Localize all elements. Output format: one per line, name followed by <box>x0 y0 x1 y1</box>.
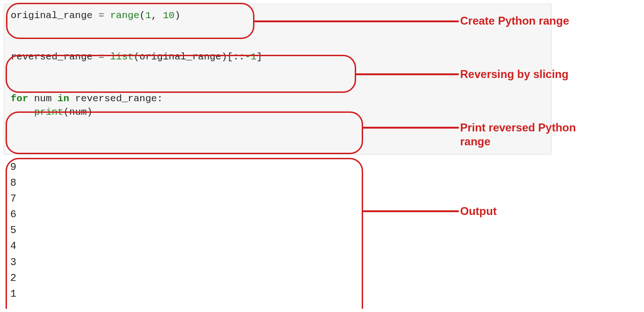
token-space <box>28 93 34 104</box>
blank-line <box>11 36 545 50</box>
annotation-label-3: Print reversed Python range <box>460 121 590 149</box>
code-line-4: print(num) <box>11 105 545 119</box>
annotation-label-4: Output <box>460 204 497 218</box>
token-close: ) <box>87 107 93 117</box>
token-fn: print <box>34 107 63 117</box>
output-line: 8 <box>10 176 545 191</box>
token-open: ( <box>134 52 140 62</box>
output-line: 4 <box>10 239 545 254</box>
annotation-label-1: Create Python range <box>460 14 569 28</box>
diagram-container: original_range = range(1, 10) reversed_r… <box>4 4 640 310</box>
token-kw: for <box>11 93 28 104</box>
token-indent <box>11 107 34 117</box>
output-line: 3 <box>10 255 545 271</box>
token-num: 10 <box>163 10 175 21</box>
token-open: ( <box>139 10 145 21</box>
code-line-3: for num in reversed_range: <box>11 92 545 105</box>
token-num: -1 <box>245 52 256 62</box>
token-arg: num <box>69 107 87 117</box>
output-line: 2 <box>10 271 545 286</box>
code-line-2: reversed_range = list(original_range)[::… <box>11 50 545 64</box>
token-end: ] <box>256 52 262 62</box>
token-var: num <box>34 93 57 104</box>
output-block: 9 8 7 6 5 4 3 2 1 <box>4 157 552 305</box>
token-eq: = <box>98 52 110 62</box>
token-kw: in <box>58 93 69 104</box>
token-comma: , <box>151 10 163 21</box>
token-var: reversed_range <box>11 52 98 62</box>
token-arg: original_range <box>139 52 221 62</box>
token-space <box>69 93 75 104</box>
token-var: original_range <box>11 10 98 21</box>
token-close: )[:: <box>221 52 245 62</box>
token-fn: range <box>110 10 139 21</box>
output-line: 9 <box>10 160 545 176</box>
token-open: ( <box>63 107 69 117</box>
token-fn: list <box>110 52 133 62</box>
token-num: 1 <box>145 10 151 21</box>
output-line: 5 <box>10 223 545 239</box>
token-iter: reversed_range: <box>75 93 163 104</box>
annotation-label-2: Reversing by slicing <box>460 67 568 81</box>
token-close: ) <box>175 10 181 21</box>
token-eq: = <box>98 10 110 21</box>
output-line: 1 <box>10 286 545 302</box>
